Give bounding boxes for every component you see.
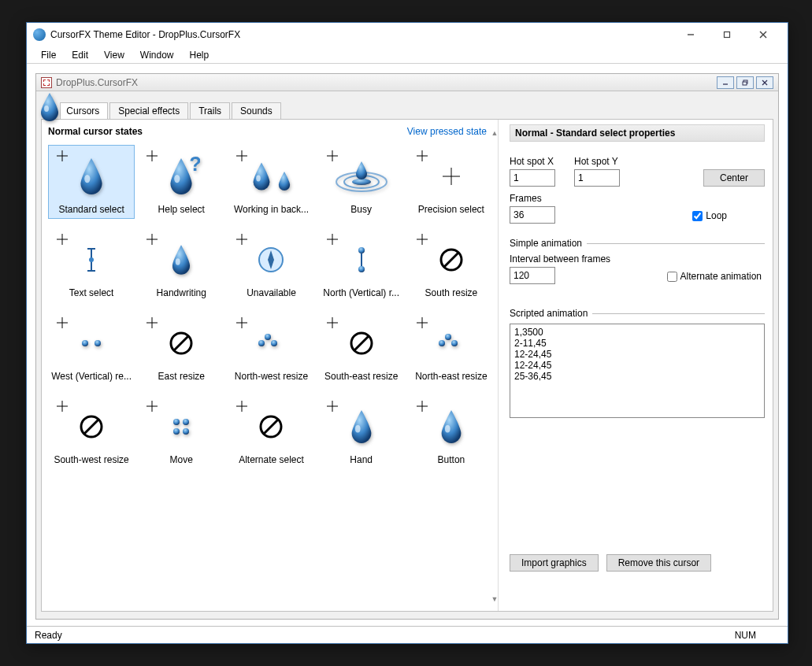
scripted-animation-label: Scripted animation (510, 308, 588, 319)
svg-point-69 (445, 334, 451, 340)
svg-point-71 (451, 340, 458, 346)
svg-point-52 (82, 340, 88, 346)
cursor-item-label: Standard select (58, 204, 124, 215)
tab-bar: Cursors Special effects Trails Sounds (60, 102, 778, 119)
cursor-item[interactable]: West (Vertical) re... (48, 312, 135, 386)
hotspot-x-label: Hot spot X (510, 156, 555, 167)
frames-input[interactable] (510, 206, 555, 224)
cursor-item[interactable]: Move (138, 395, 224, 469)
svg-point-70 (439, 340, 445, 346)
hotspot-x-input[interactable] (510, 169, 555, 187)
import-graphics-button[interactable]: Import graphics (510, 554, 599, 572)
doc-minimize-button[interactable] (717, 76, 734, 89)
alternate-animation-checkbox[interactable] (667, 272, 677, 282)
cursor-item-label: West (Vertical) re... (51, 371, 132, 382)
remove-cursor-button[interactable]: Remove this cursor (606, 554, 711, 572)
minimize-button[interactable] (673, 23, 709, 46)
hotspot-y-input[interactable] (574, 169, 620, 187)
view-pressed-state-link[interactable]: View pressed state (407, 126, 487, 137)
cursor-item[interactable]: Button (408, 395, 495, 469)
document-titlebar[interactable]: DropPlus.CursorFX (36, 74, 778, 91)
cursor-item[interactable]: Precision select (408, 145, 495, 219)
cursor-preview-icon (322, 149, 401, 204)
cursor-item[interactable]: North-west resize (228, 312, 314, 386)
cursor-preview-icon (412, 232, 491, 287)
cursor-item[interactable]: Working in back... (228, 145, 314, 219)
maximize-button[interactable] (709, 23, 745, 46)
cursor-preview-icon (232, 316, 310, 371)
svg-point-53 (95, 340, 101, 346)
cursor-item[interactable]: South resize (408, 228, 495, 302)
interval-input[interactable] (510, 267, 555, 284)
titlebar[interactable]: CursorFX Theme Editor - DropPlus.CursorF… (27, 23, 788, 46)
tab-trails[interactable]: Trails (190, 102, 230, 119)
cursor-item[interactable]: ? Help select (138, 145, 224, 219)
cursor-item[interactable]: Alternate select (228, 395, 314, 469)
svg-point-24 (352, 179, 371, 185)
close-icon (759, 31, 767, 39)
scroll-down-icon[interactable]: ▼ (490, 595, 499, 603)
menu-view[interactable]: View (96, 48, 132, 62)
cursor-item[interactable]: Text select (48, 228, 135, 302)
menu-help[interactable]: Help (182, 48, 217, 62)
close-button[interactable] (745, 23, 781, 46)
svg-point-79 (183, 419, 189, 425)
cursor-preview-icon (322, 316, 401, 371)
svg-point-61 (258, 340, 265, 346)
tab-cursors[interactable]: Cursors (60, 102, 108, 119)
cursor-item[interactable]: East resize (138, 312, 224, 386)
window-title: CursorFX Theme Editor - DropPlus.CursorF… (50, 29, 673, 40)
svg-point-43 (358, 247, 365, 253)
cursor-states-pane: Normal cursor states View pressed state … (42, 120, 499, 611)
cursor-item-label: Button (438, 454, 465, 465)
minimize-icon (687, 31, 695, 39)
minimize-icon (722, 80, 729, 86)
cursor-item-label: Hand (350, 454, 373, 465)
app-icon (33, 28, 46, 41)
svg-point-62 (271, 340, 277, 346)
svg-point-88 (355, 425, 361, 433)
svg-point-15 (174, 175, 180, 183)
cursor-item-label: Working in back... (234, 204, 309, 215)
cursor-preview-icon (52, 399, 131, 454)
cursor-item-label: North (Vertical) r... (323, 287, 399, 298)
hotspot-y-label: Hot spot Y (574, 156, 620, 167)
cursor-item-label: North-west resize (235, 371, 308, 382)
cursor-preview-icon (52, 149, 131, 204)
svg-line-49 (444, 253, 458, 267)
cursor-item[interactable]: Handwriting (138, 228, 224, 302)
cursor-drop-icon (36, 91, 63, 121)
menu-file[interactable]: File (33, 48, 64, 62)
cursor-preview-icon (52, 316, 131, 371)
restore-icon (742, 80, 748, 86)
scroll-up-icon[interactable]: ▲ (490, 129, 499, 137)
cursor-item[interactable]: South-east resize (318, 312, 405, 386)
doc-restore-button[interactable] (736, 76, 754, 89)
tab-sounds[interactable]: Sounds (232, 102, 281, 119)
simple-animation-label: Simple animation (510, 238, 582, 249)
menu-edit[interactable]: Edit (64, 48, 96, 62)
loop-checkbox[interactable] (692, 211, 703, 221)
doc-close-button[interactable] (756, 76, 773, 89)
app-window: CursorFX Theme Editor - DropPlus.CursorF… (26, 22, 788, 644)
cursor-item[interactable]: South-west resize (48, 395, 135, 469)
tab-special-effects[interactable]: Special effects (109, 102, 188, 119)
cursor-item[interactable]: Standard select (48, 145, 135, 219)
svg-point-81 (183, 428, 189, 435)
center-button[interactable]: Center (703, 169, 765, 187)
properties-pane: Normal - Standard select properties Hot … (499, 120, 773, 611)
cursor-grid: Standard select ? Help select Working in… (48, 145, 495, 469)
cursor-item-label: Busy (350, 204, 372, 215)
status-text: Ready (35, 630, 735, 641)
cursor-item[interactable]: Unavailable (228, 228, 314, 302)
cursor-item[interactable]: North-east resize (408, 312, 495, 386)
cursor-item-label: Text select (69, 287, 114, 298)
cursor-item-label: South resize (425, 287, 478, 298)
script-textarea[interactable] (510, 324, 765, 418)
menu-window[interactable]: Window (132, 48, 182, 62)
cursor-item[interactable]: Hand (318, 395, 405, 469)
scroll-indicator[interactable]: ▲ ▼ (490, 129, 499, 603)
cursor-item[interactable]: Busy (318, 145, 405, 219)
cursor-item[interactable]: North (Vertical) r... (318, 228, 405, 302)
svg-point-91 (445, 425, 450, 433)
